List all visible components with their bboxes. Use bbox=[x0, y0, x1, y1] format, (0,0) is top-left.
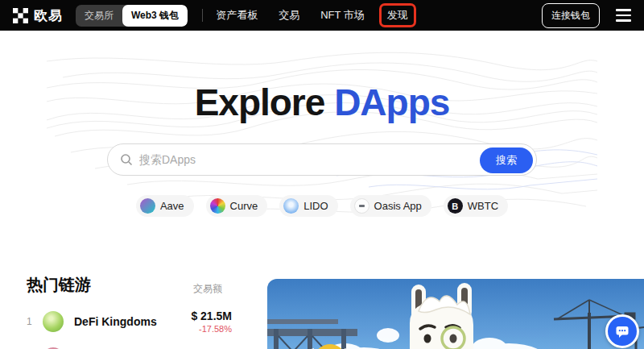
nav-item-trade[interactable]: 交易 bbox=[279, 8, 299, 23]
quick-link-label: WBTC bbox=[468, 200, 498, 212]
row-name: DeFi Kingdoms bbox=[74, 315, 157, 328]
okx-logo[interactable]: 欧易 bbox=[13, 6, 63, 25]
menu-icon[interactable] bbox=[614, 7, 633, 23]
quick-link-oasis[interactable]: Oasis App bbox=[350, 195, 431, 217]
quick-link-lido[interactable]: LIDO bbox=[279, 195, 337, 217]
page-title-explore: Explore bbox=[195, 81, 335, 123]
lido-token-icon bbox=[283, 198, 299, 214]
connect-wallet-button[interactable]: 连接钱包 bbox=[542, 3, 600, 28]
toggle-web3-wallet[interactable]: Web3 钱包 bbox=[122, 5, 188, 27]
trending-games-section: 热门链游 交易额 1 DeFi Kingdoms $ 21.5M -17.58%… bbox=[27, 274, 232, 349]
quick-link-label: Aave bbox=[160, 200, 184, 212]
section-title: 热门链游 bbox=[27, 274, 91, 296]
top-navigation-bar: 欧易 交易所 Web3 钱包 资产看板 交易 NFT 市场 发现 连接钱包 bbox=[0, 0, 644, 31]
aave-token-icon bbox=[140, 198, 155, 214]
nav-item-discover[interactable]: 发现 bbox=[379, 3, 416, 27]
search-icon bbox=[120, 153, 133, 166]
chat-button[interactable] bbox=[605, 314, 639, 348]
quick-link-label: Oasis App bbox=[374, 200, 422, 212]
curve-token-icon bbox=[210, 198, 225, 214]
toggle-exchange[interactable]: 交易所 bbox=[76, 5, 122, 27]
quick-link-aave[interactable]: Aave bbox=[136, 195, 194, 217]
quick-link-label: LIDO bbox=[303, 200, 328, 212]
volume-column-header: 交易额 bbox=[193, 282, 232, 296]
topbar-right: 连接钱包 bbox=[542, 3, 633, 28]
hero-section: Explore DApps 搜索 Aave Curve LIDO bbox=[0, 31, 644, 252]
row-rank: 1 bbox=[27, 316, 39, 327]
search-button[interactable]: 搜索 bbox=[480, 147, 533, 173]
page-title: Explore DApps bbox=[0, 81, 644, 124]
main-nav: 资产看板 交易 NFT 市场 发现 bbox=[216, 3, 416, 27]
brand-name: 欧易 bbox=[34, 6, 63, 25]
contour-lines-art bbox=[47, 44, 597, 221]
search-bar: 搜索 bbox=[107, 143, 537, 176]
defi-kingdoms-icon bbox=[43, 311, 64, 332]
nav-item-assets[interactable]: 资产看板 bbox=[216, 8, 258, 23]
okx-logo-icon bbox=[13, 8, 28, 23]
quick-link-curve[interactable]: Curve bbox=[206, 195, 268, 217]
page-title-dapps: DApps bbox=[334, 81, 449, 123]
quick-link-label: Curve bbox=[230, 200, 258, 212]
product-toggle: 交易所 Web3 钱包 bbox=[76, 5, 188, 27]
table-row[interactable]: 1 DeFi Kingdoms $ 21.5M -17.58% bbox=[27, 310, 232, 334]
llama-construction-illustration bbox=[267, 279, 644, 349]
nav-divider bbox=[202, 9, 203, 22]
search-input[interactable] bbox=[139, 153, 477, 166]
okx-dapps-page: 欧易 交易所 Web3 钱包 资产看板 交易 NFT 市场 发现 连接钱包 bbox=[0, 0, 644, 349]
promo-banner-image[interactable] bbox=[267, 279, 644, 349]
row-volume: $ 21.5M bbox=[191, 310, 232, 322]
quick-link-pills: Aave Curve LIDO Oasis App B WBTC bbox=[0, 195, 644, 217]
oasis-token-icon bbox=[354, 198, 369, 214]
quick-link-wbtc[interactable]: B WBTC bbox=[444, 195, 508, 217]
wbtc-token-icon: B bbox=[448, 198, 463, 214]
chat-bubble-icon bbox=[614, 323, 630, 339]
nav-item-nft[interactable]: NFT 市场 bbox=[320, 8, 365, 23]
row-change: -17.58% bbox=[191, 324, 232, 334]
